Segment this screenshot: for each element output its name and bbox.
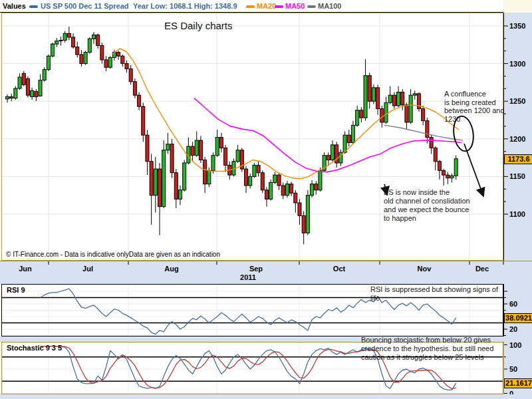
values-button[interactable]: Values — [3, 2, 26, 10]
stochastic-axis-label: 100 — [509, 341, 521, 349]
price-axis-label: 1350 — [509, 22, 525, 30]
chart-title: ES Daily charts — [164, 20, 233, 31]
main-chart-panel — [1, 13, 503, 261]
annotation-channel[interactable]: ES is now inside the old channel of cons… — [384, 188, 470, 223]
rsi-value-box: 38.0921 — [504, 313, 532, 323]
copyright-text: © IT-Finance.com - Data is indicative on… — [6, 251, 129, 258]
time-axis[interactable]: 2011 JunJulAugSepOctNovDec — [0, 261, 532, 285]
rsi-axis-label: 60 — [509, 300, 517, 308]
time-axis-ticks — [0, 261, 532, 265]
stochastic-axis-label: 50 — [509, 365, 517, 373]
price-axis-label: 1150 — [509, 172, 525, 180]
month-label-oct: Oct — [333, 265, 345, 273]
copyright-notice: © IT-Finance.com - Data is indicative on… — [6, 251, 220, 258]
bottom-strip — [0, 394, 532, 399]
ma20-legend-label[interactable]: MA20 — [257, 2, 276, 10]
toolbar: Values US SP 500 Dec 11 Spread Year Low:… — [0, 0, 503, 13]
stochastic-value-box: 21.1617 — [504, 378, 532, 388]
ma50-legend-label[interactable]: MA50 — [285, 2, 305, 10]
price-axis-label: 1100 — [509, 210, 525, 218]
month-label-jun: Jun — [19, 265, 32, 273]
stochastic-label[interactable]: Stochastic 9 3 5 — [7, 344, 62, 352]
instrument-legend-icon — [29, 5, 38, 8]
toolbar-corner-spacer — [503, 0, 532, 13]
rsi-axis-label: 20 — [509, 325, 517, 333]
disclaimer-text: Data are given as an indication — [129, 251, 220, 258]
price-axis-label: 1300 — [509, 60, 525, 68]
rsi-label[interactable]: RSI 9 — [7, 286, 25, 294]
ma50-legend-icon — [275, 5, 283, 8]
month-label-jul: Jul — [82, 265, 93, 273]
annotation-rsi[interactable]: RSI is suppressed but showing signs of l… — [370, 285, 498, 303]
month-label-sep: Sep — [249, 265, 263, 273]
rsi-axis[interactable]: 38.0921 6020 — [503, 284, 532, 336]
price-axis-label: 1250 — [509, 97, 525, 105]
annotation-stochastic[interactable]: Bouncing stocjastic from below 20 gives … — [361, 336, 493, 362]
main-chart-canvas[interactable] — [1, 13, 503, 261]
ma100-legend-label[interactable]: MA100 — [318, 2, 341, 10]
stochastic-axis[interactable]: 21.1617 100500 — [503, 342, 532, 394]
year-label: 2011 — [240, 273, 256, 281]
ma100-legend-icon — [307, 5, 316, 8]
trading-app-window: Values US SP 500 Dec 11 Spread Year Low:… — [0, 0, 532, 399]
year-range-info: Year Low: 1068.1 High: 1348.9 — [133, 2, 237, 10]
rsi-axis-ticks — [504, 284, 532, 336]
month-label-aug: Aug — [164, 265, 178, 273]
instrument-name[interactable]: US SP 500 Dec 11 Spread — [41, 2, 129, 10]
ma20-legend-icon — [246, 5, 255, 8]
annotation-confluence[interactable]: A confluence is being created between 12… — [444, 90, 505, 123]
month-label-nov: Nov — [418, 265, 432, 273]
price-axis-label: 1200 — [509, 135, 525, 143]
price-axis[interactable]: 1173.6 110011501200125013001350 — [503, 13, 532, 261]
last-price-box: 1173.6 — [504, 154, 532, 164]
month-label-dec: Dec — [475, 265, 489, 273]
